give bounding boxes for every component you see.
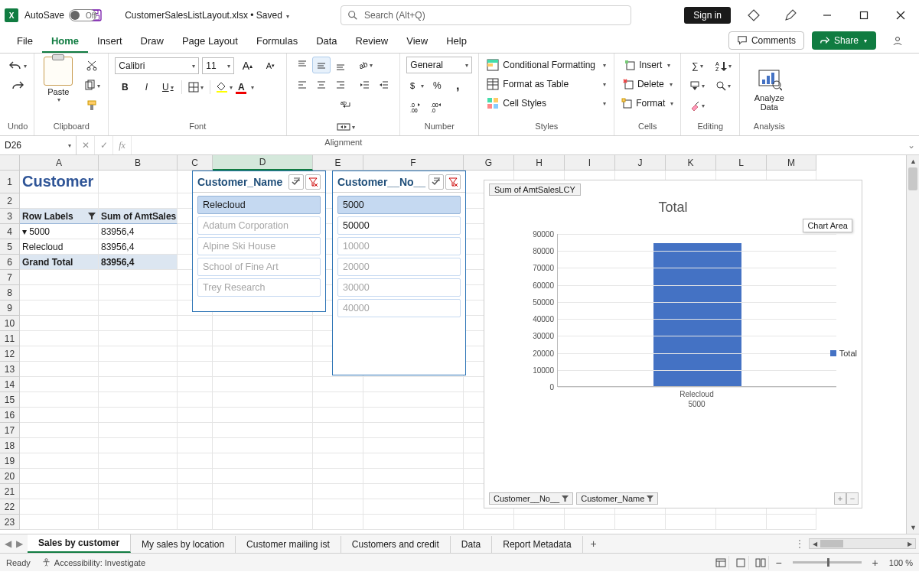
maximize-button[interactable]	[850, 5, 878, 26]
tab-review[interactable]: Review	[347, 31, 398, 53]
multiselect-icon[interactable]	[288, 174, 304, 190]
cell[interactable]	[178, 408, 213, 423]
sheet-tab[interactable]: Sales by customer	[28, 534, 131, 553]
tab-draw[interactable]: Draw	[132, 31, 173, 53]
comments-button[interactable]: Comments	[728, 31, 804, 50]
zoom-in-button[interactable]: +	[869, 557, 882, 569]
cell[interactable]	[464, 515, 514, 530]
wrap-text-button[interactable]: ab	[298, 96, 393, 115]
increase-font-icon[interactable]: A▴	[237, 57, 257, 75]
cell[interactable]	[363, 423, 464, 438]
tab-home[interactable]: Home	[42, 31, 88, 53]
cell[interactable]	[313, 469, 363, 484]
cell[interactable]	[767, 515, 816, 530]
cell[interactable]	[178, 346, 213, 362]
slicer-item[interactable]: 30000	[337, 278, 461, 297]
row-header-7[interactable]: 7	[0, 270, 20, 285]
chart-field-button[interactable]: Sum of AmtSalesLCY	[489, 184, 581, 196]
underline-button[interactable]: U▾	[158, 78, 178, 96]
autosum-button[interactable]: ∑▾	[687, 57, 707, 75]
formula-expand-icon[interactable]: ⌄	[904, 136, 919, 154]
format-as-table-button[interactable]: Format as Table▾	[485, 76, 608, 93]
slicer-item[interactable]: 5000	[337, 196, 461, 214]
comma-button[interactable]: ,	[448, 76, 468, 95]
align-center-button[interactable]	[312, 76, 331, 93]
cell[interactable]: 83956,4	[99, 224, 178, 239]
row-header-1[interactable]: 1	[0, 171, 20, 193]
clear-filter-icon[interactable]	[305, 174, 321, 190]
tab-view[interactable]: View	[397, 31, 437, 53]
percent-button[interactable]: %	[427, 76, 447, 95]
italic-button[interactable]: I	[136, 78, 156, 96]
cell[interactable]	[213, 499, 313, 515]
cell[interactable]	[99, 499, 178, 515]
accounting-format-button[interactable]: $▾	[406, 76, 426, 95]
cell[interactable]	[99, 408, 178, 423]
multiselect-icon[interactable]	[429, 174, 444, 190]
align-top-button[interactable]	[293, 57, 311, 73]
slicer-customer-no[interactable]: Customer__No__ 5000500001000020000300004…	[332, 171, 466, 375]
col-header-J[interactable]: J	[615, 155, 666, 171]
col-header-C[interactable]: C	[178, 155, 213, 171]
select-all-corner[interactable]	[0, 155, 20, 171]
cell[interactable]	[178, 377, 213, 392]
cell[interactable]	[313, 499, 363, 515]
cell[interactable]	[213, 423, 313, 438]
page-break-view-icon[interactable]	[752, 556, 769, 570]
cell[interactable]	[20, 285, 99, 300]
pivot-filter-button[interactable]: Customer__No__	[489, 492, 573, 505]
row-header-18[interactable]: 18	[0, 438, 20, 453]
cell[interactable]	[363, 377, 464, 392]
align-right-button[interactable]	[331, 76, 350, 93]
cell[interactable]	[666, 515, 716, 530]
cell[interactable]	[178, 499, 213, 515]
row-header-14[interactable]: 14	[0, 377, 20, 392]
pivot-chart[interactable]: Sum of AmtSalesLCY Total Chart Area 0100…	[484, 180, 862, 508]
row-header-13[interactable]: 13	[0, 362, 20, 377]
clear-button[interactable]: ▾	[687, 96, 707, 115]
cell[interactable]	[313, 423, 363, 438]
accessibility-status[interactable]: Accessibility: Investigate	[41, 557, 145, 567]
col-header-H[interactable]: H	[514, 155, 565, 171]
tab-help[interactable]: Help	[437, 31, 476, 53]
cell[interactable]	[514, 515, 565, 530]
cell[interactable]	[178, 423, 213, 438]
tab-page-layout[interactable]: Page Layout	[173, 31, 247, 53]
cell[interactable]	[213, 377, 313, 392]
scroll-h-thumb[interactable]	[820, 540, 843, 547]
align-bottom-button[interactable]	[331, 57, 350, 73]
cell[interactable]	[213, 362, 313, 377]
find-select-button[interactable]: ▾	[713, 76, 733, 95]
zoom-slider[interactable]	[793, 561, 862, 564]
row-header-12[interactable]: 12	[0, 346, 20, 362]
cell[interactable]	[313, 453, 363, 469]
row-header-8[interactable]: 8	[0, 285, 20, 300]
cell[interactable]	[363, 515, 464, 530]
chart-bar[interactable]	[653, 243, 741, 386]
slicer-item[interactable]: School of Fine Art	[197, 258, 321, 276]
normal-view-icon[interactable]	[712, 556, 729, 570]
slicer-item[interactable]: Relecloud	[197, 196, 321, 214]
cell[interactable]	[99, 392, 178, 408]
page-layout-view-icon[interactable]	[732, 556, 749, 570]
insert-cells-button[interactable]: Insert▾	[621, 57, 674, 73]
col-header-E[interactable]: E	[313, 155, 363, 171]
cell[interactable]	[99, 484, 178, 499]
cell[interactable]	[99, 469, 178, 484]
sign-in-button[interactable]: Sign in	[684, 7, 731, 24]
cell[interactable]: Row Labels	[20, 209, 99, 224]
cell[interactable]	[20, 300, 99, 316]
increase-indent-button[interactable]	[375, 76, 393, 93]
scroll-down-icon[interactable]: ▼	[907, 521, 919, 534]
cell[interactable]	[20, 392, 99, 408]
cell[interactable]	[20, 469, 99, 484]
fx-icon[interactable]: fx	[113, 136, 132, 154]
row-header-15[interactable]: 15	[0, 392, 20, 408]
row-header-23[interactable]: 23	[0, 515, 20, 530]
scroll-right-icon[interactable]: ▶	[904, 539, 915, 548]
ribbon-overflow-icon[interactable]	[884, 32, 911, 49]
cell[interactable]	[99, 285, 178, 300]
row-header-2[interactable]: 2	[0, 193, 20, 209]
copy-button[interactable]: ▾	[82, 76, 102, 95]
zoom-level[interactable]: 100 %	[889, 558, 913, 567]
